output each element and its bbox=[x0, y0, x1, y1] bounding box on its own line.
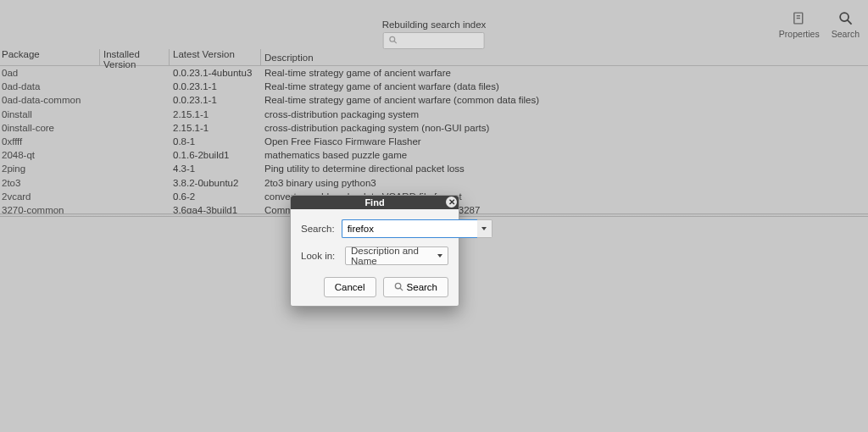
top-search-field[interactable] bbox=[398, 35, 541, 47]
search-field-label: Search: bbox=[301, 224, 335, 234]
chevron-down-icon bbox=[481, 227, 487, 230]
cell-package: 0ad-data bbox=[0, 81, 100, 91]
cell-package: 2ping bbox=[0, 163, 100, 174]
svg-line-6 bbox=[847, 20, 851, 25]
lookin-label: Look in: bbox=[301, 251, 338, 261]
find-dialog: Find ✕ Search: Look in: Description and … bbox=[290, 195, 459, 307]
cell-package: 0install bbox=[0, 109, 100, 119]
search-label: Search bbox=[832, 29, 860, 39]
dialog-title: Find bbox=[364, 197, 384, 208]
cell-latest: 0.6-2 bbox=[170, 191, 261, 202]
cell-package: 2to3 bbox=[0, 178, 100, 188]
properties-button[interactable]: Properties bbox=[779, 11, 820, 39]
table-row[interactable]: 2048-qt0.1.6-2build1mathematics based pu… bbox=[0, 148, 868, 162]
cell-latest: 2.15.1-1 bbox=[170, 123, 261, 133]
table-row[interactable]: 0ad-data0.0.23.1-1Real-time strategy gam… bbox=[0, 80, 868, 93]
top-search-input[interactable] bbox=[383, 32, 485, 49]
col-header-description[interactable]: Description bbox=[261, 53, 868, 63]
lookin-value: Description and Name bbox=[351, 246, 437, 266]
cell-latest: 0.0.23.1-1 bbox=[170, 95, 261, 105]
table-row[interactable]: 0xffff0.8-1Open Free Fiasco Firmware Fla… bbox=[0, 135, 868, 148]
cell-description: Real-time strategy game of ancient warfa… bbox=[261, 95, 868, 105]
close-button[interactable]: ✕ bbox=[446, 197, 457, 208]
close-icon: ✕ bbox=[448, 197, 455, 207]
cancel-label: Cancel bbox=[335, 282, 365, 292]
cell-package: 0install-core bbox=[0, 123, 100, 133]
properties-label: Properties bbox=[779, 29, 820, 39]
lookin-select[interactable]: Description and Name bbox=[345, 246, 448, 265]
cell-latest: 2.15.1-1 bbox=[170, 109, 261, 119]
cell-description: cross-distribution packaging system (non… bbox=[261, 123, 868, 133]
svg-line-1 bbox=[394, 41, 397, 43]
dialog-titlebar[interactable]: Find ✕ bbox=[291, 196, 459, 209]
table-row[interactable]: 0ad0.0.23.1-4ubuntu3Real-time strategy g… bbox=[0, 66, 868, 80]
cell-latest: 0.8-1 bbox=[170, 136, 261, 147]
cell-latest: 3.8.2-0ubuntu2 bbox=[170, 178, 261, 188]
search-icon bbox=[389, 35, 398, 47]
search-button-label: Search bbox=[407, 282, 437, 292]
cell-latest: 0.0.23.1-1 bbox=[170, 81, 261, 91]
cell-package: 0ad bbox=[0, 68, 100, 78]
cell-package: 2048-qt bbox=[0, 150, 100, 160]
svg-line-8 bbox=[399, 287, 402, 290]
search-icon bbox=[838, 11, 853, 27]
rebuilding-label: Rebuilding search index bbox=[382, 19, 487, 30]
table-row[interactable]: 0ad-data-common0.0.23.1-1Real-time strat… bbox=[0, 93, 868, 107]
col-header-installed[interactable]: Installed Version bbox=[100, 49, 170, 66]
cell-description: 2to3 binary using python3 bbox=[261, 178, 868, 188]
find-search-input[interactable] bbox=[342, 219, 477, 238]
cell-latest: 4.3-1 bbox=[170, 163, 261, 174]
chevron-down-icon bbox=[437, 254, 442, 258]
table-row[interactable]: 0install2.15.1-1cross-distribution packa… bbox=[0, 108, 868, 121]
table-header: Package Installed Version Latest Version… bbox=[0, 49, 868, 66]
svg-point-5 bbox=[840, 13, 849, 21]
cell-description: Real-time strategy game of ancient warfa… bbox=[261, 81, 868, 91]
cell-package: 0ad-data-common bbox=[0, 95, 100, 105]
search-history-dropdown[interactable] bbox=[477, 219, 492, 238]
col-header-package[interactable]: Package bbox=[0, 49, 100, 66]
cell-description: cross-distribution packaging system bbox=[261, 109, 868, 119]
cell-description: Real-time strategy game of ancient warfa… bbox=[261, 68, 868, 78]
cell-description: Ping utility to determine directional pa… bbox=[261, 163, 868, 174]
cell-latest: 0.0.23.1-4ubuntu3 bbox=[170, 68, 261, 78]
toolbar: Properties Search bbox=[779, 11, 860, 39]
table-row[interactable]: 2ping4.3-1Ping utility to determine dire… bbox=[0, 162, 868, 175]
find-search-button[interactable]: Search bbox=[383, 277, 448, 297]
svg-point-0 bbox=[390, 36, 395, 42]
rebuilding-indicator: Rebuilding search index bbox=[382, 19, 487, 49]
cell-description: mathematics based puzzle game bbox=[261, 150, 868, 160]
cell-package: 2vcard bbox=[0, 191, 100, 202]
table-row[interactable]: 0install-core2.15.1-1cross-distribution … bbox=[0, 121, 868, 135]
cell-description: Open Free Fiasco Firmware Flasher bbox=[261, 136, 868, 147]
col-header-latest[interactable]: Latest Version bbox=[170, 49, 261, 66]
table-row[interactable]: 2to33.8.2-0ubuntu22to3 binary using pyth… bbox=[0, 176, 868, 190]
cancel-button[interactable]: Cancel bbox=[324, 277, 376, 297]
search-button[interactable]: Search bbox=[832, 11, 860, 39]
search-icon bbox=[394, 282, 403, 293]
properties-icon bbox=[792, 11, 806, 27]
cell-latest: 0.1.6-2build1 bbox=[170, 150, 261, 160]
svg-point-7 bbox=[395, 283, 400, 288]
cell-package: 0xffff bbox=[0, 136, 100, 147]
